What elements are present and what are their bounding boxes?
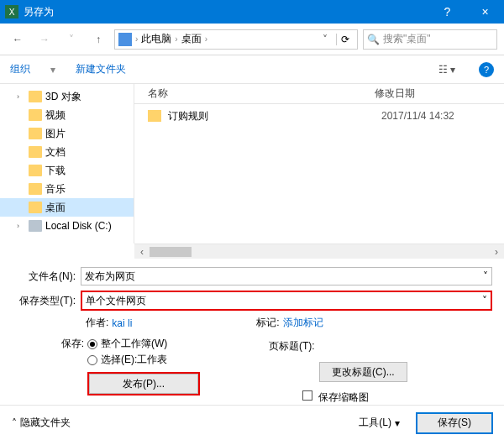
forward-button[interactable]: → (34, 29, 55, 50)
pc-icon (118, 33, 132, 46)
filetype-dropdown[interactable]: 单个文件网页˅ (81, 291, 492, 311)
folder-icon (29, 183, 42, 195)
radio-selection-label: 选择(E):工作表 (101, 353, 167, 367)
publish-button[interactable]: 发布(P)... (89, 374, 198, 394)
list-header: 名称 修改日期 (134, 84, 504, 104)
breadcrumb[interactable]: › 此电脑 › 桌面 › ˅ ⟳ (114, 29, 358, 50)
folder-tree[interactable]: ›3D 对象视频图片文档下载音乐桌面›Local Disk (C:) (0, 84, 134, 244)
tree-item-label: 音乐 (45, 182, 66, 196)
folder-icon (29, 146, 42, 158)
breadcrumb-desktop[interactable]: 桌面 (181, 32, 202, 46)
tree-item[interactable]: 视频 (0, 106, 134, 124)
expand-icon[interactable]: › (17, 222, 25, 230)
title-bar: X 另存为 ? × (0, 0, 504, 24)
tags-label: 标记: (256, 316, 279, 330)
tree-item[interactable]: 图片 (0, 124, 134, 143)
horizontal-scrollbar[interactable]: ‹ › (134, 244, 504, 259)
author-label: 作者: (86, 316, 108, 330)
tree-item-label: 下载 (45, 164, 66, 178)
filename-input[interactable]: 发布为网页˅ (81, 267, 492, 285)
scroll-right-icon[interactable]: › (489, 244, 504, 259)
expand-icon[interactable]: › (17, 92, 25, 101)
radio-whole-workbook[interactable] (87, 339, 97, 349)
chevron-right-icon: › (135, 34, 138, 44)
folder-icon (148, 110, 161, 122)
search-icon: 🔍 (367, 34, 380, 45)
file-name: 订购规则 (168, 109, 381, 123)
tree-item[interactable]: 文档 (0, 143, 134, 161)
tree-item-label: 文档 (45, 145, 66, 160)
file-date: 2017/11/4 14:32 (381, 110, 454, 122)
breadcrumb-dropdown[interactable]: ˅ (318, 34, 333, 45)
scroll-left-icon[interactable]: ‹ (134, 244, 150, 259)
view-options-button[interactable]: ☷ ▾ (435, 64, 459, 76)
organize-button[interactable]: 组织 (10, 62, 30, 76)
save-button[interactable]: 保存(S) (417, 413, 492, 433)
help-button[interactable]: ? (428, 0, 466, 24)
folder-icon (29, 91, 42, 102)
list-item[interactable]: 订购规则2017/11/4 14:32 (134, 104, 504, 128)
folder-icon (29, 109, 42, 121)
close-button[interactable]: × (466, 0, 504, 24)
chevron-up-icon: ˄ (12, 417, 17, 429)
tree-item[interactable]: 音乐 (0, 180, 134, 198)
search-input[interactable]: 🔍 搜索"桌面" (363, 29, 497, 50)
filename-label: 文件名(N): (12, 270, 81, 284)
tree-item-label: 视频 (45, 108, 66, 123)
radio-selection[interactable] (87, 355, 97, 365)
save-form: 文件名(N): 发布为网页˅ 保存类型(T): 单个文件网页˅ 作者: kai … (0, 259, 504, 405)
tree-item[interactable]: 桌面 (0, 198, 134, 217)
folder-icon (29, 165, 42, 176)
radio-whole-workbook-label: 整个工作簿(W) (101, 337, 167, 351)
column-name[interactable]: 名称 (148, 86, 375, 101)
back-button[interactable]: ← (7, 29, 29, 50)
dialog-footer: ˄ 隐藏文件夹 工具(L)▾ 保存(S) (0, 405, 504, 440)
disk-icon (29, 220, 42, 232)
save-thumbnail-label: 保存缩略图 (318, 391, 369, 403)
folder-icon (29, 128, 42, 139)
recent-dropdown[interactable]: ˅ (60, 29, 82, 50)
tree-item-label: 图片 (45, 127, 66, 141)
tree-item-label: Local Disk (C:) (45, 220, 112, 232)
breadcrumb-pc[interactable]: 此电脑 (141, 32, 171, 46)
help-icon[interactable]: ? (479, 62, 494, 77)
window-title: 另存为 (24, 5, 54, 19)
tags-value[interactable]: 添加标记 (283, 316, 323, 330)
tree-item[interactable]: 下载 (0, 161, 134, 180)
pagetitle-label: 页标题(T): (269, 339, 315, 354)
app-icon: X (5, 5, 18, 18)
tree-item-label: 3D 对象 (45, 90, 81, 104)
new-folder-button[interactable]: 新建文件夹 (76, 62, 126, 76)
toolbar: 组织 ▾ 新建文件夹 ☷ ▾ ? (0, 55, 504, 84)
up-button[interactable]: ↑ (87, 29, 109, 50)
refresh-button[interactable]: ⟳ (336, 34, 354, 45)
tools-dropdown[interactable]: 工具(L)▾ (359, 416, 400, 430)
tree-item[interactable]: ›Local Disk (C:) (0, 217, 134, 235)
chevron-right-icon: › (175, 34, 177, 44)
address-bar: ← → ˅ ↑ › 此电脑 › 桌面 › ˅ ⟳ 🔍 搜索"桌面" (0, 24, 504, 55)
author-value[interactable]: kai li (112, 317, 132, 329)
save-scope-label: 保存: (50, 337, 84, 351)
hide-folders-button[interactable]: ˄ 隐藏文件夹 (12, 416, 71, 430)
scroll-thumb[interactable] (150, 247, 192, 257)
folder-icon (29, 202, 42, 213)
tree-item[interactable]: ›3D 对象 (0, 87, 134, 106)
file-browser: ›3D 对象视频图片文档下载音乐桌面›Local Disk (C:) 名称 修改… (0, 84, 504, 244)
search-placeholder: 搜索"桌面" (383, 32, 431, 46)
column-date[interactable]: 修改日期 (375, 86, 504, 101)
save-thumbnail-checkbox[interactable] (302, 390, 312, 401)
tree-item-label: 桌面 (45, 201, 66, 215)
change-title-button[interactable]: 更改标题(C)... (319, 362, 407, 382)
filetype-label: 保存类型(T): (12, 294, 81, 308)
chevron-right-icon: › (205, 34, 207, 44)
